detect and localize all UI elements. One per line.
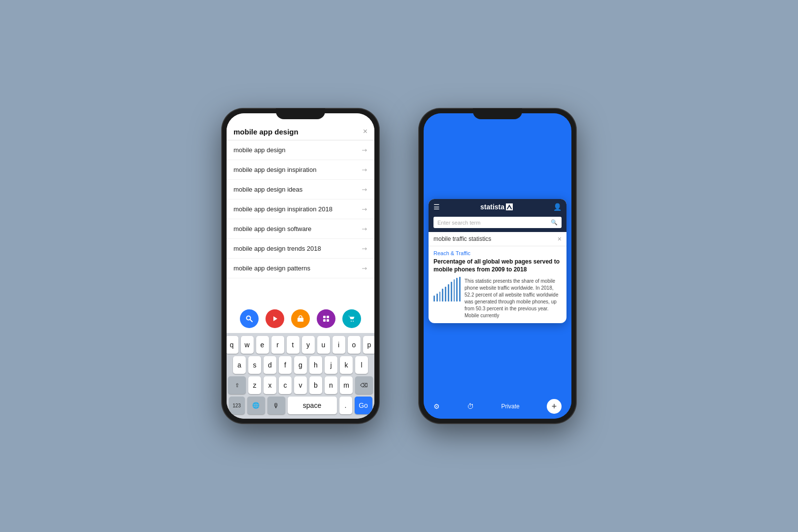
settings-icon[interactable]: ⚙	[433, 402, 440, 410]
left-phone: mobile app design × mobile app design↗mo…	[222, 108, 379, 424]
key-y[interactable]: y	[302, 336, 315, 354]
key-w[interactable]: w	[241, 336, 254, 354]
key-l[interactable]: l	[355, 356, 368, 374]
key-h[interactable]: h	[309, 356, 322, 374]
left-phone-screen: mobile app design × mobile app design↗mo…	[227, 113, 374, 419]
browser-icons-row	[227, 304, 374, 333]
card-description: This statistic presents the share of mob…	[465, 278, 562, 319]
key-o[interactable]: o	[348, 336, 361, 354]
suggestion-text-0: mobile app design	[233, 146, 362, 154]
keyboard[interactable]: q w e r t y u i o p a s d f g h j k l	[227, 333, 374, 419]
card-search-bar[interactable]: mobile traffic statistics ×	[429, 232, 566, 246]
statista-logo-arrow	[506, 203, 513, 210]
svg-rect-4	[323, 316, 326, 318]
key-k[interactable]: k	[340, 356, 353, 374]
key-q[interactable]: q	[227, 336, 238, 354]
suggestion-list: mobile app design↗mobile app design insp…	[227, 140, 374, 304]
key-m[interactable]: m	[340, 376, 353, 394]
card-close-button[interactable]: ×	[558, 235, 562, 243]
menu-icon[interactable]: ☰	[433, 203, 440, 211]
key-f[interactable]: f	[279, 356, 292, 374]
card-category[interactable]: Reach & Traffic	[433, 250, 562, 256]
search-browser-icon[interactable]	[240, 309, 259, 328]
suggestion-text-2: mobile app design ideas	[233, 186, 362, 193]
chart-bar-4	[442, 289, 443, 301]
keyboard-row-4: 123 🌐 🎙 space . Go	[229, 397, 372, 414]
chart-bar-10	[459, 277, 461, 301]
key-z[interactable]: z	[248, 376, 261, 394]
key-i[interactable]: i	[332, 336, 345, 354]
statista-search-bar: Enter search term 🔍	[429, 215, 566, 232]
suggestion-item-1[interactable]: mobile app design inspiration↗	[227, 160, 374, 180]
key-g[interactable]: g	[294, 356, 307, 374]
suggestion-item-4[interactable]: mobile app design software↗	[227, 219, 374, 239]
card-content: This statistic presents the share of mob…	[433, 278, 562, 319]
statista-logo: statista	[480, 203, 513, 211]
card-body: Reach & Traffic Percentage of all global…	[429, 246, 566, 323]
user-icon[interactable]: 👤	[553, 203, 562, 211]
keyboard-row-3: ⇧ z x c v b n m ⌫	[229, 376, 372, 394]
card-search-text: mobile traffic statistics	[433, 235, 491, 242]
svg-rect-5	[327, 316, 329, 318]
suggestion-text-5: mobile app design trends 2018	[233, 245, 362, 252]
key-d[interactable]: d	[264, 356, 276, 374]
chart-bar-8	[454, 279, 455, 301]
private-label: Private	[501, 403, 519, 410]
suggestion-item-3[interactable]: mobile app design inspiration 2018↗	[227, 200, 374, 219]
suggestion-item-0[interactable]: mobile app design↗	[227, 140, 374, 160]
suggestion-item-2[interactable]: mobile app design ideas↗	[227, 180, 374, 200]
chart-bar-2	[436, 294, 438, 301]
key-numbers[interactable]: 123	[229, 397, 245, 414]
keyboard-row-2: a s d f g h j k l	[229, 356, 372, 374]
add-tab-button[interactable]: +	[547, 399, 562, 414]
clear-icon[interactable]: ×	[363, 127, 367, 136]
key-n[interactable]: n	[325, 376, 337, 394]
search-input[interactable]: mobile app design	[233, 128, 363, 136]
key-c[interactable]: c	[279, 376, 292, 394]
statista-search-input[interactable]: Enter search term 🔍	[433, 217, 562, 228]
statista-search-placeholder: Enter search term	[437, 220, 480, 226]
key-e[interactable]: e	[256, 336, 269, 354]
key-shift[interactable]: ⇧	[228, 376, 246, 394]
key-r[interactable]: r	[271, 336, 284, 354]
suggestion-text-4: mobile app design software	[233, 225, 362, 233]
history-icon[interactable]: ⏱	[467, 402, 474, 410]
key-a[interactable]: a	[233, 356, 246, 374]
card-chart	[433, 278, 461, 319]
key-mic[interactable]: 🎙	[267, 397, 285, 414]
key-t[interactable]: t	[287, 336, 299, 354]
statista-header: ☰ statista 👤	[429, 199, 566, 215]
cart-icon[interactable]	[342, 309, 361, 328]
suggestion-text-6: mobile app design patterns	[233, 265, 362, 272]
card-title: Percentage of all global web pages serve…	[433, 258, 562, 273]
svg-rect-6	[323, 319, 326, 322]
key-b[interactable]: b	[309, 376, 322, 394]
key-globe[interactable]: 🌐	[247, 397, 265, 414]
store-icon[interactable]	[291, 309, 310, 328]
right-phone: ☰ statista 👤 Enter search term	[419, 108, 576, 424]
key-s[interactable]: s	[248, 356, 261, 374]
key-go[interactable]: Go	[355, 397, 372, 414]
suggestion-text-3: mobile app design inspiration 2018	[233, 205, 362, 213]
suggestion-item-5[interactable]: mobile app design trends 2018↗	[227, 239, 374, 259]
apps-icon[interactable]	[317, 309, 335, 328]
statista-search-icon: 🔍	[551, 219, 558, 226]
key-space[interactable]: space	[288, 397, 337, 414]
key-period[interactable]: .	[339, 397, 352, 414]
chart-bar-5	[445, 287, 446, 301]
youtube-icon[interactable]	[266, 309, 284, 328]
key-p[interactable]: p	[363, 336, 375, 354]
key-x[interactable]: x	[264, 376, 276, 394]
svg-point-9	[353, 321, 354, 322]
chart-bar-9	[456, 278, 458, 301]
svg-rect-3	[298, 318, 303, 322]
key-u[interactable]: u	[317, 336, 330, 354]
chart-bar-7	[451, 282, 452, 301]
phone-notch-right	[473, 108, 522, 119]
key-j[interactable]: j	[325, 356, 337, 374]
chart-bar-1	[433, 296, 435, 301]
right-phone-screen: ☰ statista 👤 Enter search term	[424, 113, 571, 419]
key-backspace[interactable]: ⌫	[355, 376, 373, 394]
suggestion-item-6[interactable]: mobile app design patterns↗	[227, 259, 374, 278]
key-v[interactable]: v	[294, 376, 307, 394]
